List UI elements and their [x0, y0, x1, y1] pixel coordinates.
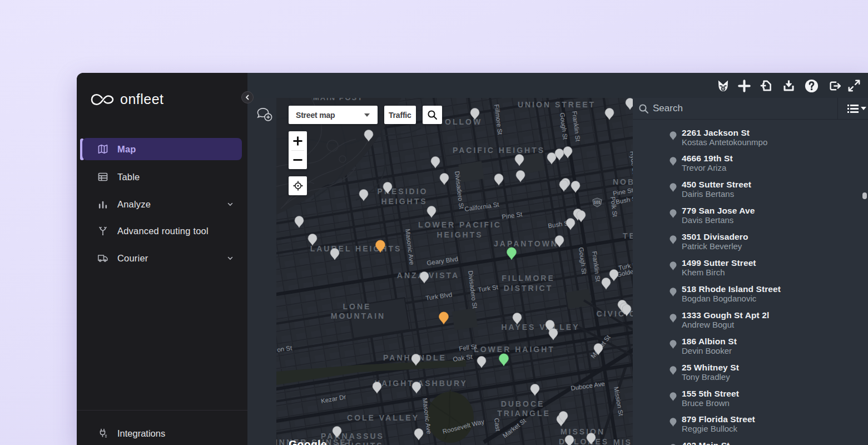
- svg-text:LOWER HAIGHT: LOWER HAIGHT: [474, 345, 555, 354]
- svg-text:PACIFIC HEIGHTS: PACIFIC HEIGHTS: [453, 146, 545, 155]
- svg-text:FILLMORE: FILLMORE: [502, 274, 555, 283]
- svg-text:DISTRICT: DISTRICT: [504, 284, 553, 293]
- svg-text:MISSION: MISSION: [561, 427, 605, 436]
- svg-text:Google: Google: [289, 438, 327, 445]
- svg-text:HEIGHTS: HEIGHTS: [437, 230, 483, 239]
- svg-text:LAUREL HEIGHTS: LAUREL HEIGHTS: [310, 244, 402, 253]
- svg-text:MOUNTAIN: MOUNTAIN: [331, 312, 385, 320]
- svg-text:TE: TE: [623, 231, 633, 240]
- svg-text:TRIANGLE: TRIANGLE: [497, 409, 550, 418]
- svg-text:NOB: NOB: [613, 177, 633, 186]
- svg-text:DUBOCE: DUBOCE: [501, 399, 545, 408]
- svg-text:UNION STREET: UNION STREET: [518, 100, 596, 109]
- svg-text:JAPANTOWN: JAPANTOWN: [494, 239, 558, 248]
- svg-text:COLE VALLEY: COLE VALLEY: [347, 413, 419, 422]
- svg-text:MAIN POST: MAIN POST: [313, 98, 363, 102]
- svg-text:HAYES VALLEY: HAYES VALLEY: [501, 323, 579, 332]
- svg-text:MIS: MIS: [613, 438, 632, 445]
- svg-text:LOWER PACIFIC: LOWER PACIFIC: [418, 220, 502, 229]
- svg-text:LONE: LONE: [343, 302, 371, 311]
- svg-text:HEIGHTS: HEIGHTS: [381, 197, 427, 206]
- svg-text:101: 101: [594, 200, 601, 205]
- svg-text:OLLOW: OLLOW: [445, 117, 482, 126]
